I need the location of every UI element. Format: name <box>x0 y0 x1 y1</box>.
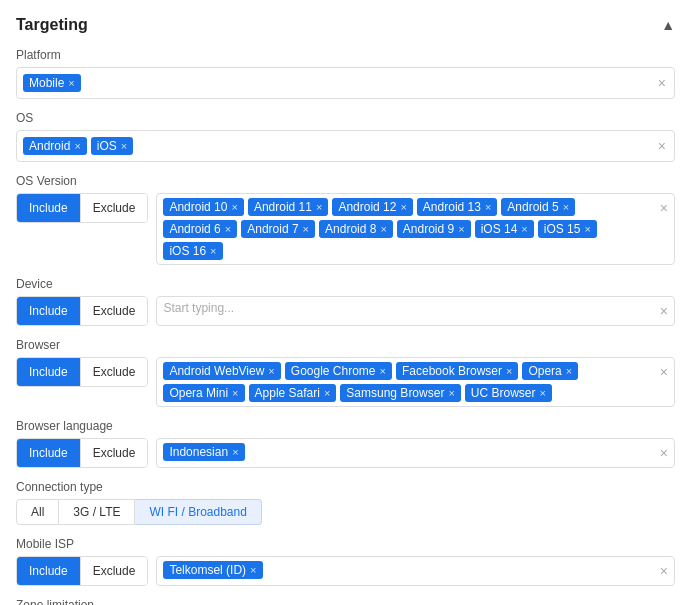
os-tag-ios[interactable]: iOS × <box>91 137 133 155</box>
conn-btn-all[interactable]: All <box>16 499 59 525</box>
os-version-include-btn[interactable]: Include <box>17 194 81 222</box>
device-exclude-btn[interactable]: Exclude <box>81 297 148 325</box>
os-tag-android-remove[interactable]: × <box>74 140 80 152</box>
os-version-clear-btn[interactable]: × <box>660 200 668 216</box>
collapse-icon[interactable]: ▲ <box>661 17 675 33</box>
browser-language-btn-group: Include Exclude <box>16 438 148 468</box>
browser-language-label: Browser language <box>16 419 675 433</box>
os-version-tag-9[interactable]: iOS 14× <box>475 220 534 238</box>
os-version-tag-10[interactable]: iOS 15× <box>538 220 597 238</box>
mobile-isp-tags-box: Telkomsel (ID)× × <box>156 556 675 586</box>
platform-tag-mobile[interactable]: Mobile × <box>23 74 81 92</box>
platform-clear-btn[interactable]: × <box>656 75 668 91</box>
device-include-btn[interactable]: Include <box>17 297 81 325</box>
os-version-tag-7[interactable]: Android 8× <box>319 220 393 238</box>
device-btn-group: Include Exclude <box>16 296 148 326</box>
browser-tag-4[interactable]: Opera Mini× <box>163 384 244 402</box>
browser-language-tag-0[interactable]: Indonesian× <box>163 443 244 461</box>
os-version-btn-group: Include Exclude <box>16 193 148 223</box>
os-version-tags-box: Android 10× Android 11× Android 12× Andr… <box>156 193 675 265</box>
os-version-tag-6[interactable]: Android 7× <box>241 220 315 238</box>
connection-type-label: Connection type <box>16 480 675 494</box>
os-tag-ios-remove[interactable]: × <box>121 140 127 152</box>
conn-btn-wifi[interactable]: WI FI / Broadband <box>135 499 261 525</box>
os-version-tag-3[interactable]: Android 13× <box>417 198 497 216</box>
mobile-isp-btn-group: Include Exclude <box>16 556 148 586</box>
mobile-isp-clear-btn[interactable]: × <box>660 563 668 579</box>
browser-tag-5[interactable]: Apple Safari× <box>249 384 337 402</box>
mobile-isp-tag-0[interactable]: Telkomsel (ID)× <box>163 561 262 579</box>
device-placeholder: Start typing... <box>163 301 234 315</box>
browser-include-btn[interactable]: Include <box>17 358 81 386</box>
os-clear-btn[interactable]: × <box>656 138 668 154</box>
browser-exclude-btn[interactable]: Exclude <box>81 358 148 386</box>
browser-btn-group: Include Exclude <box>16 357 148 387</box>
device-clear-btn[interactable]: × <box>660 303 668 319</box>
zone-limitation-label: Zone limitation <box>16 598 675 605</box>
device-tags-box[interactable]: Start typing... × <box>156 296 675 326</box>
mobile-isp-include-btn[interactable]: Include <box>17 557 81 585</box>
browser-tag-1[interactable]: Google Chrome× <box>285 362 392 380</box>
browser-label: Browser <box>16 338 675 352</box>
conn-btn-3glte[interactable]: 3G / LTE <box>59 499 135 525</box>
os-tag-android[interactable]: Android × <box>23 137 87 155</box>
os-version-label: OS Version <box>16 174 675 188</box>
mobile-isp-exclude-btn[interactable]: Exclude <box>81 557 148 585</box>
browser-language-clear-btn[interactable]: × <box>660 445 668 461</box>
os-version-tag-5[interactable]: Android 6× <box>163 220 237 238</box>
browser-tag-3[interactable]: Opera× <box>522 362 578 380</box>
os-input-box: Android × iOS × × <box>16 130 675 162</box>
browser-tag-2[interactable]: Facebook Browser× <box>396 362 518 380</box>
browser-tag-7[interactable]: UC Browser× <box>465 384 552 402</box>
mobile-isp-label: Mobile ISP <box>16 537 675 551</box>
platform-label: Platform <box>16 48 675 62</box>
platform-tag-mobile-remove[interactable]: × <box>68 77 74 89</box>
browser-tag-0[interactable]: Android WebView× <box>163 362 280 380</box>
os-version-exclude-btn[interactable]: Exclude <box>81 194 148 222</box>
browser-tag-6[interactable]: Samsung Browser× <box>340 384 460 402</box>
os-version-tag-0[interactable]: Android 10× <box>163 198 243 216</box>
browser-language-exclude-btn[interactable]: Exclude <box>81 439 148 467</box>
browser-language-include-btn[interactable]: Include <box>17 439 81 467</box>
platform-input-box: Mobile × × <box>16 67 675 99</box>
browser-language-tags-box: Indonesian× × <box>156 438 675 468</box>
browser-tags-box: Android WebView× Google Chrome× Facebook… <box>156 357 675 407</box>
connection-type-buttons: All 3G / LTE WI FI / Broadband <box>16 499 675 525</box>
os-version-tag-1[interactable]: Android 11× <box>248 198 328 216</box>
browser-clear-btn[interactable]: × <box>660 364 668 380</box>
os-version-tag-8[interactable]: Android 9× <box>397 220 471 238</box>
os-label: OS <box>16 111 675 125</box>
page-title: Targeting <box>16 16 88 34</box>
os-version-tag-4[interactable]: Android 5× <box>501 198 575 216</box>
os-version-tag-2[interactable]: Android 12× <box>332 198 412 216</box>
device-label: Device <box>16 277 675 291</box>
os-version-tag-11[interactable]: iOS 16× <box>163 242 222 260</box>
